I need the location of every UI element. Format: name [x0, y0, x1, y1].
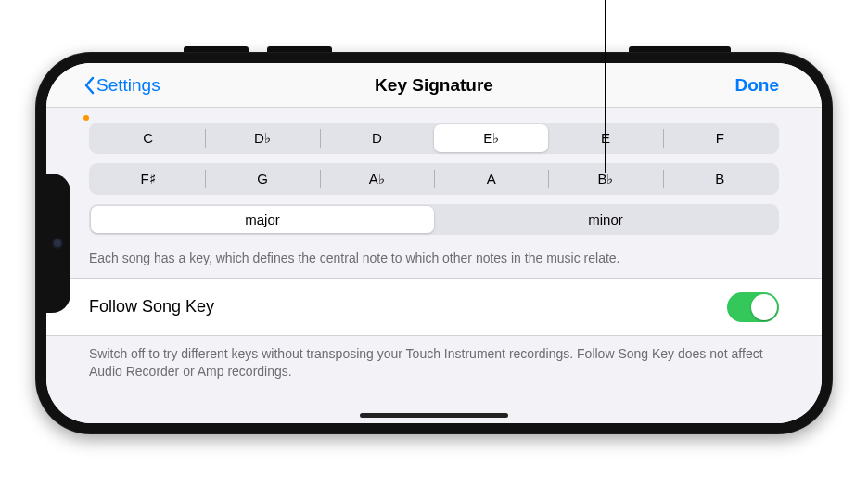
key-option[interactable]: F: [663, 124, 777, 152]
back-button[interactable]: Settings: [83, 63, 160, 107]
scale-picker: majorminor: [89, 204, 779, 235]
key-picker-row-2: F♯GA♭AB♭B: [89, 163, 779, 195]
scale-option[interactable]: minor: [434, 206, 777, 233]
recording-indicator-dot: [83, 115, 89, 121]
key-option[interactable]: G: [205, 165, 319, 193]
follow-song-key-footnote: Switch off to try different keys without…: [46, 336, 822, 381]
content-area: CD♭DE♭EF F♯GA♭AB♭B majorminor Each song …: [46, 108, 822, 423]
key-option[interactable]: E♭: [434, 124, 548, 152]
key-option[interactable]: F♯: [91, 165, 205, 193]
follow-song-key-label: Follow Song Key: [89, 297, 214, 317]
iphone-frame: Settings Key Signature Done CD♭DE♭EF F♯G…: [35, 52, 833, 434]
key-option[interactable]: C: [91, 124, 205, 152]
screen: Settings Key Signature Done CD♭DE♭EF F♯G…: [46, 63, 822, 423]
home-indicator[interactable]: [360, 413, 508, 418]
device-notch: [46, 174, 70, 313]
chevron-left-icon: [83, 76, 95, 95]
follow-song-key-toggle[interactable]: [727, 292, 779, 322]
toggle-knob: [751, 294, 777, 320]
key-option[interactable]: D♭: [205, 124, 319, 152]
done-button[interactable]: Done: [735, 63, 780, 107]
page-title: Key Signature: [375, 75, 493, 96]
navbar: Settings Key Signature Done: [46, 63, 822, 108]
key-option[interactable]: D: [320, 124, 434, 152]
key-option[interactable]: A♭: [320, 165, 434, 193]
callout-pointer-line: [605, 0, 606, 173]
key-footnote: Each song has a key, which defines the c…: [89, 244, 779, 278]
key-option[interactable]: B: [663, 165, 777, 193]
key-picker-row-1: CD♭DE♭EF: [89, 123, 779, 154]
key-option[interactable]: A: [434, 165, 548, 193]
back-label: Settings: [96, 75, 160, 96]
follow-song-key-row: Follow Song Key: [46, 278, 822, 336]
scale-option[interactable]: major: [91, 206, 434, 233]
